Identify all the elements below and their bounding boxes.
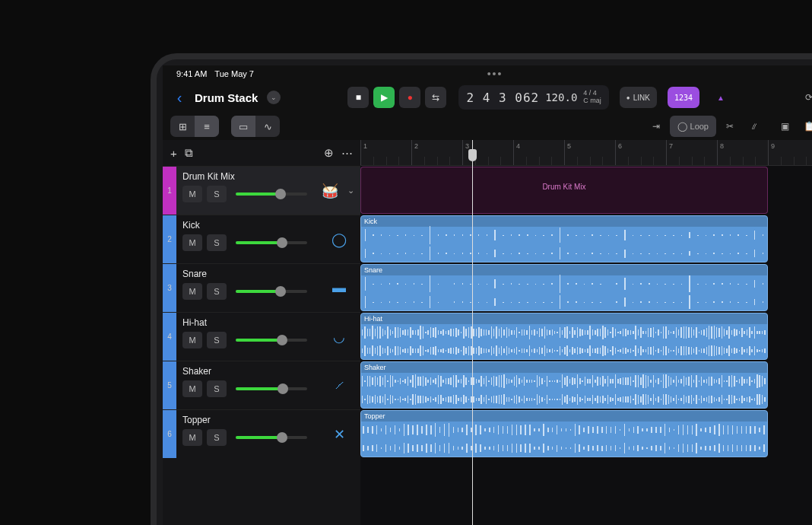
region-label: Kick	[361, 216, 767, 227]
region[interactable]: Kick	[360, 215, 768, 262]
hihat-icon[interactable]: ◡	[330, 328, 348, 346]
track-header[interactable]: 6TopperMS✕	[163, 409, 360, 458]
shaker-icon[interactable]: ⟋	[330, 377, 348, 395]
region-label: Shaker	[361, 362, 767, 373]
solo-button[interactable]: S	[207, 234, 227, 251]
status-bar: 9:41 AM Tue May 7 •••	[163, 65, 812, 82]
track-header[interactable]: 3SnareMS▬	[163, 263, 360, 312]
track-name[interactable]: Topper	[182, 415, 312, 425]
topper-icon[interactable]: ✕	[330, 425, 348, 444]
track-number: 6	[163, 410, 176, 458]
lcd-display[interactable]: 2 4 3 062 120.0 4 / 4 C maj	[458, 85, 608, 110]
region[interactable]: Shaker	[360, 361, 768, 409]
track-number: 1	[163, 167, 176, 215]
solo-button[interactable]: S	[207, 380, 227, 397]
track-header[interactable]: 1Drum Kit MixMS🥁⌄	[163, 166, 360, 215]
region[interactable]: Hi-hat	[360, 313, 768, 360]
solo-button[interactable]: S	[207, 429, 227, 446]
ruler[interactable]: 123456789	[360, 140, 812, 166]
scissors-button[interactable]: ✂	[719, 116, 741, 137]
grid-view-button[interactable]: ⊞	[170, 116, 195, 137]
volume-fader[interactable]	[236, 192, 307, 196]
track-name[interactable]: Kick	[182, 220, 312, 231]
region-label: Hi-hat	[361, 313, 767, 324]
track-name[interactable]: Snare	[182, 269, 312, 279]
play-button[interactable]: ▶	[373, 87, 395, 108]
project-title[interactable]: Drum Stack	[195, 91, 258, 104]
add-track-button[interactable]: +	[170, 147, 177, 160]
solo-button[interactable]: S	[207, 186, 227, 202]
mute-button[interactable]: M	[182, 234, 202, 251]
track-name[interactable]: Shaker	[182, 366, 312, 377]
mute-button[interactable]: M	[182, 332, 202, 348]
record-button[interactable]: ●	[399, 87, 420, 108]
region[interactable]: Topper	[360, 410, 768, 457]
mute-button[interactable]: M	[182, 186, 202, 202]
metronome-button[interactable]: ▲	[710, 87, 731, 108]
volume-fader[interactable]	[236, 387, 307, 390]
track-options-button[interactable]: ⋯	[341, 146, 353, 160]
track-number: 3	[163, 264, 176, 312]
volume-fader[interactable]	[236, 241, 307, 244]
timeline[interactable]: 123456789 Drum Kit MixKickSnareHi-hatSha…	[360, 140, 812, 525]
clipboard-button[interactable]: 📋	[798, 116, 812, 137]
track-name[interactable]: Hi-hat	[182, 317, 312, 328]
track-number: 2	[163, 215, 176, 263]
mute-button[interactable]: M	[182, 283, 202, 300]
region[interactable]: Snare	[360, 264, 768, 311]
automation-view-button[interactable]: ∿	[255, 116, 280, 137]
region-view-button[interactable]: ▭	[231, 116, 255, 137]
region-label: Snare	[361, 265, 767, 275]
select-tool-button[interactable]: ▣	[774, 116, 795, 137]
solo-button[interactable]: S	[207, 283, 227, 300]
link-button[interactable]: ●LINK	[620, 87, 657, 108]
new-region-button[interactable]: ⊕	[324, 146, 334, 160]
track-number: 4	[163, 313, 176, 361]
track-header[interactable]: 2KickMS◯	[163, 215, 360, 263]
top-bar: ‹ Drum Stack ⌄ ■ ▶ ● ⇆ 2 4 3 062 120.0 4…	[163, 82, 812, 113]
track-header-panel: + ⧉ ⊕ ⋯ 1Drum Kit MixMS🥁⌄2KickMS◯3SnareM…	[163, 140, 360, 525]
tempo-display: 120.0	[545, 91, 577, 103]
region-label: Topper	[361, 411, 767, 422]
solo-button[interactable]: S	[207, 332, 227, 348]
expand-chevron-icon[interactable]: ⌄	[344, 186, 357, 196]
snap-button[interactable]: ⇥	[645, 116, 667, 137]
kick-icon[interactable]: ◯	[330, 231, 348, 249]
track-header[interactable]: 5ShakerMS⟋	[163, 361, 360, 409]
track-number: 5	[163, 361, 176, 409]
join-button[interactable]: ⫽	[744, 116, 765, 137]
duplicate-track-button[interactable]: ⧉	[185, 146, 193, 160]
status-date: Tue May 7	[214, 69, 254, 78]
track-header[interactable]: 4Hi-hatMS◡	[163, 312, 360, 361]
list-view-button[interactable]: ≡	[195, 116, 219, 137]
view-toolbar: ⊞ ≡ ▭ ∿ ⇥ ◯Loop ✂ ⫽ ▣ 📋	[163, 113, 812, 140]
status-time: 9:41 AM	[176, 69, 207, 78]
track-name[interactable]: Drum Kit Mix	[182, 171, 312, 182]
sync-icon[interactable]: ⟳	[798, 87, 812, 108]
stop-button[interactable]: ■	[347, 87, 369, 108]
project-menu-chevron-icon[interactable]: ⌄	[267, 91, 281, 104]
mute-button[interactable]: M	[182, 380, 202, 397]
mute-button[interactable]: M	[182, 429, 202, 446]
volume-fader[interactable]	[236, 290, 307, 293]
playhead[interactable]	[472, 140, 473, 525]
loop-browser-button[interactable]: ◯Loop	[670, 116, 716, 137]
snare-icon[interactable]: ▬	[330, 279, 348, 298]
multitask-dots[interactable]: •••	[487, 68, 503, 80]
back-button[interactable]: ‹	[170, 89, 189, 107]
position-display: 2 4 3 062	[466, 91, 539, 105]
region[interactable]: Drum Kit Mix	[360, 167, 768, 214]
countin-button[interactable]: 1234	[668, 87, 699, 108]
key-display: C maj	[583, 97, 601, 105]
drumkit-icon[interactable]: 🥁	[321, 182, 339, 200]
transport-controls: ■ ▶ ● ⇆	[347, 87, 446, 108]
cycle-button[interactable]: ⇆	[425, 87, 446, 108]
region-label: Drum Kit Mix	[361, 167, 767, 191]
volume-fader[interactable]	[236, 339, 307, 342]
volume-fader[interactable]	[236, 436, 307, 439]
